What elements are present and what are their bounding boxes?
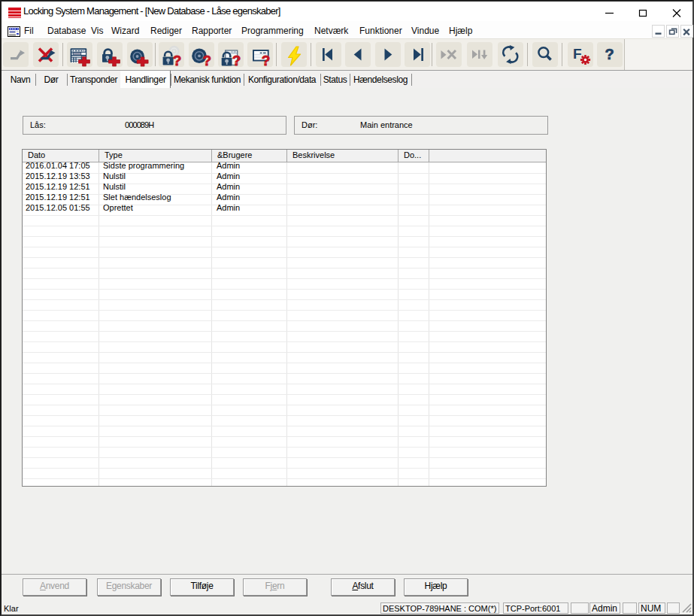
svg-text:F: F [573, 46, 582, 62]
svg-text:?: ? [203, 53, 212, 67]
svg-text:?: ? [232, 53, 241, 67]
svg-text:?: ? [262, 53, 271, 67]
svg-text:?: ? [173, 53, 182, 67]
svg-text:?: ? [605, 46, 614, 62]
